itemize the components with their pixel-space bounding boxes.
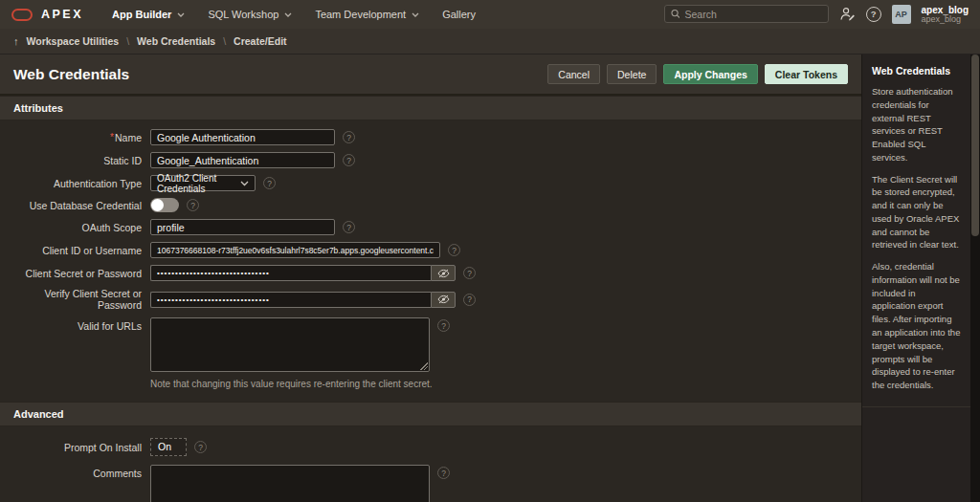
prompt-on-install-field[interactable]: On — [150, 438, 187, 456]
show-password-button[interactable] — [431, 265, 456, 281]
required-marker: * — [110, 132, 114, 142]
help-panel: Web Credentials Store authentication cre… — [862, 55, 970, 407]
chevron-down-icon — [177, 12, 185, 17]
verify-client-secret-label: Verify Client Secret or Password — [0, 288, 142, 311]
administration-icon[interactable] — [839, 7, 856, 21]
user-info[interactable]: apex_blog apex_blog — [922, 5, 969, 25]
breadcrumb-workspace-utilities[interactable]: Workspace Utilities — [27, 35, 120, 47]
valid-urls-label: Valid for URLs — [0, 317, 142, 332]
selected-option: OAuth2 Client Credentials — [157, 173, 240, 194]
help-icon[interactable]: ? — [866, 7, 881, 22]
authentication-type-label: Authentication Type — [0, 178, 142, 189]
field-help-icon[interactable]: ? — [463, 267, 476, 279]
oauth-scope-label: OAuth Scope — [0, 222, 142, 233]
field-help-icon[interactable]: ? — [343, 131, 355, 143]
search-input[interactable] — [684, 9, 821, 20]
comments-label: Comments — [0, 465, 142, 479]
breadcrumb-separator: \ — [126, 35, 129, 47]
menu-label: SQL Workshop — [208, 9, 278, 20]
up-arrow-icon[interactable]: ↑ — [13, 35, 19, 47]
form-row-valid-urls: Valid for URLs ? — [0, 317, 861, 372]
search-icon — [671, 9, 680, 19]
field-help-icon[interactable]: ? — [263, 177, 276, 189]
show-password-button[interactable] — [431, 292, 456, 308]
eye-slash-icon — [437, 295, 450, 304]
cancel-button[interactable]: Cancel — [547, 64, 600, 84]
clear-tokens-button[interactable]: Clear Tokens — [765, 64, 848, 84]
section-attributes: Attributes — [0, 96, 861, 120]
workspace-name: apex_blog — [922, 15, 969, 25]
menu-gallery[interactable]: Gallery — [431, 0, 487, 29]
help-paragraph: The Client Secret will be stored encrypt… — [872, 173, 961, 252]
delete-button[interactable]: Delete — [607, 64, 657, 84]
client-id-label: Client ID or Username — [0, 245, 142, 256]
menu-label: App Builder — [112, 9, 171, 20]
menu-team-development[interactable]: Team Development — [303, 0, 431, 29]
breadcrumb-web-credentials[interactable]: Web Credentials — [137, 35, 215, 47]
section-advanced: Advanced — [0, 402, 861, 426]
breadcrumb-separator: \ — [223, 35, 226, 47]
form-row-name: *Name ? — [0, 129, 861, 145]
oauth-scope-input[interactable] — [150, 219, 335, 235]
form-row-prompt-on-install: Prompt On Install On ? — [0, 438, 861, 456]
field-help-icon[interactable]: ? — [463, 294, 476, 306]
user-name: apex_blog — [922, 5, 969, 15]
apply-changes-button[interactable]: Apply Changes — [663, 64, 757, 84]
breadcrumb-create-edit: Create/Edit — [234, 35, 286, 47]
oracle-logo-icon — [11, 9, 33, 21]
menu-sql-workshop[interactable]: SQL Workshop — [196, 0, 303, 29]
form-row-static-id: Static ID ? — [0, 152, 861, 168]
client-secret-label: Client Secret or Password — [0, 268, 142, 279]
user-avatar[interactable]: AP — [892, 5, 911, 24]
chevron-down-icon — [240, 181, 249, 186]
static-id-input[interactable] — [150, 152, 335, 168]
chevron-down-icon — [284, 12, 292, 17]
field-help-icon[interactable]: ? — [437, 467, 450, 479]
breadcrumb: ↑ Workspace Utilities \ Web Credentials … — [0, 29, 980, 55]
chevron-down-icon — [412, 12, 419, 17]
menu-label: Gallery — [442, 9, 476, 20]
menu-app-builder[interactable]: App Builder — [100, 0, 196, 29]
use-database-credential-toggle[interactable] — [150, 198, 179, 212]
page-header: Web Credentials Cancel Delete Apply Chan… — [0, 55, 861, 96]
page-title: Web Credentials — [13, 66, 129, 83]
form-row-verify-client-secret: Verify Client Secret or Password ? — [0, 288, 861, 311]
toggle-knob — [151, 199, 164, 211]
field-help-icon[interactable]: ? — [437, 319, 450, 332]
form-row-oauth-scope: OAuth Scope ? — [0, 219, 861, 235]
eye-slash-icon — [437, 269, 450, 278]
help-paragraph: Also, credential information will not be… — [872, 260, 961, 392]
field-help-icon[interactable]: ? — [187, 199, 199, 211]
client-id-input[interactable] — [150, 242, 440, 258]
global-search[interactable] — [664, 5, 829, 23]
form-row-use-database-credential: Use Database Credential ? — [0, 198, 861, 212]
authentication-type-select[interactable]: OAuth2 Client Credentials — [150, 175, 256, 191]
field-help-icon[interactable]: ? — [448, 244, 460, 256]
page-scrollbar[interactable] — [970, 55, 980, 502]
static-id-label: Static ID — [0, 155, 142, 166]
scrollbar-thumb[interactable] — [971, 55, 979, 236]
verify-client-secret-input[interactable] — [150, 292, 431, 308]
help-sidebar: Web Credentials Store authentication cre… — [861, 55, 970, 502]
valid-urls-textarea[interactable] — [151, 318, 429, 371]
name-input[interactable] — [150, 129, 335, 145]
field-help-icon[interactable]: ? — [194, 441, 207, 453]
use-database-credential-label: Use Database Credential — [0, 200, 142, 211]
prompt-on-install-label: Prompt On Install — [0, 442, 142, 453]
brand-apex: APEX — [41, 8, 83, 21]
form-row-authentication-type: Authentication Type OAuth2 Client Creden… — [0, 175, 861, 191]
advanced-form: Prompt On Install On ? Comments ? — [0, 426, 861, 502]
field-help-icon[interactable]: ? — [343, 221, 355, 233]
top-navigation-bar: APEX App Builder SQL Workshop Team Devel… — [0, 0, 980, 29]
client-secret-input[interactable] — [150, 265, 431, 281]
name-label: *Name — [0, 132, 142, 143]
field-help-icon[interactable]: ? — [343, 154, 355, 166]
form-row-client-secret: Client Secret or Password ? — [0, 265, 861, 281]
help-paragraph: Store authentication credentials for ext… — [872, 85, 961, 164]
form-row-client-id: Client ID or Username ? — [0, 242, 861, 258]
form-row-comments: Comments ? — [0, 465, 861, 502]
menu-label: Team Development — [315, 9, 406, 20]
attributes-form: *Name ? Static ID ? Authentication Type … — [0, 120, 861, 402]
comments-textarea[interactable] — [151, 466, 429, 502]
valid-urls-note: Note that changing this value requires r… — [150, 379, 861, 389]
